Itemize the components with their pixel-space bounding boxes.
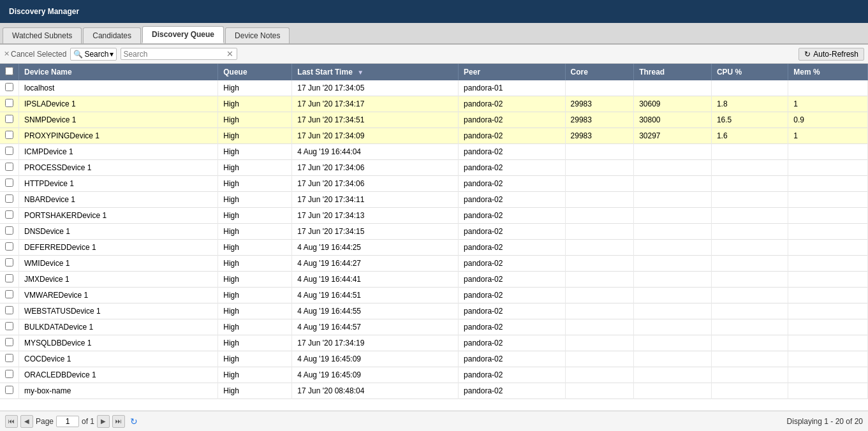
prev-page-button[interactable]: ◀ [20, 415, 33, 428]
footer: ⏮ ◀ Page 1 of 1 ▶ ⏭ ↻ Displaying 1 - 20 … [0, 411, 868, 431]
row-device-name: localhost [19, 80, 218, 96]
row-peer: pandora-02 [459, 303, 565, 319]
row-checkbox-cell[interactable] [0, 240, 19, 256]
refresh-table-button[interactable]: ↻ [128, 415, 140, 428]
row-checkbox-cell[interactable] [0, 303, 19, 319]
row-checkbox[interactable] [5, 163, 13, 171]
row-thread [634, 192, 712, 208]
row-checkbox-cell[interactable] [0, 192, 19, 208]
row-checkbox-cell[interactable] [0, 383, 19, 399]
col-peer[interactable]: Peer [459, 64, 565, 80]
row-thread [634, 335, 712, 351]
row-checkbox-cell[interactable] [0, 319, 19, 335]
next-page-button[interactable]: ▶ [97, 415, 110, 428]
row-core [565, 240, 634, 256]
table-row: PROXYPINGDevice 1 High 17 Jun '20 17:34:… [0, 128, 868, 144]
tab-discovery-queue[interactable]: Discovery Queue [142, 26, 224, 43]
clear-search-button[interactable]: ✕ [225, 49, 235, 59]
row-checkbox[interactable] [5, 83, 13, 91]
first-page-button[interactable]: ⏮ [5, 415, 18, 428]
row-checkbox-cell[interactable] [0, 335, 19, 351]
tab-watched-subnets[interactable]: Watched Subnets [3, 27, 82, 43]
search-dropdown-label: Search [84, 50, 108, 59]
row-checkbox[interactable] [5, 306, 13, 314]
row-checkbox-cell[interactable] [0, 176, 19, 192]
col-last-start-time[interactable]: Last Start Time ▼ [292, 64, 459, 80]
row-queue: High [218, 383, 292, 399]
row-thread [634, 367, 712, 383]
tab-candidates[interactable]: Candidates [83, 27, 141, 43]
row-queue: High [218, 176, 292, 192]
page-input[interactable]: 1 [56, 416, 79, 427]
row-checkbox[interactable] [5, 210, 13, 219]
cancel-selected-button[interactable]: ✕ Cancel Selected [4, 50, 66, 59]
row-mem [788, 303, 868, 319]
table-row: DEFERREDDevice 1 High 4 Aug '19 16:44:25… [0, 240, 868, 256]
row-checkbox[interactable] [5, 338, 13, 346]
row-queue: High [218, 224, 292, 240]
row-checkbox-cell[interactable] [0, 272, 19, 288]
row-peer: pandora-02 [459, 144, 565, 160]
row-core: 29983 [565, 96, 634, 112]
row-checkbox[interactable] [5, 131, 13, 139]
row-cpu [711, 80, 788, 96]
col-mem[interactable]: Mem % [788, 64, 868, 80]
col-thread[interactable]: Thread [634, 64, 712, 80]
search-dropdown[interactable]: 🔍 Search ▾ [70, 48, 117, 61]
row-checkbox[interactable] [5, 242, 13, 251]
row-checkbox[interactable] [5, 370, 13, 378]
row-mem [788, 160, 868, 176]
row-thread [634, 160, 712, 176]
row-checkbox-cell[interactable] [0, 224, 19, 240]
row-checkbox-cell[interactable] [0, 367, 19, 383]
row-checkbox[interactable] [5, 179, 13, 187]
row-checkbox-cell[interactable] [0, 256, 19, 272]
row-last-start-time: 17 Jun '20 17:34:15 [292, 224, 459, 240]
row-checkbox[interactable] [5, 274, 13, 282]
col-checkbox[interactable] [0, 64, 19, 80]
auto-refresh-button[interactable]: ↻ Auto-Refresh [798, 48, 864, 61]
row-checkbox-cell[interactable] [0, 80, 19, 96]
row-queue: High [218, 80, 292, 96]
table-row: IPSLADevice 1 High 17 Jun '20 17:34:17 p… [0, 96, 868, 112]
last-page-button[interactable]: ⏭ [112, 415, 125, 428]
select-all-checkbox[interactable] [5, 67, 13, 75]
row-peer: pandora-02 [459, 319, 565, 335]
row-checkbox-cell[interactable] [0, 112, 19, 128]
row-checkbox-cell[interactable] [0, 208, 19, 224]
row-checkbox-cell[interactable] [0, 96, 19, 112]
row-checkbox[interactable] [5, 226, 13, 235]
row-cpu [711, 160, 788, 176]
row-checkbox[interactable] [5, 194, 13, 203]
row-checkbox[interactable] [5, 115, 13, 123]
row-peer: pandora-02 [459, 112, 565, 128]
table-row: COCDevice 1 High 4 Aug '19 16:45:09 pand… [0, 351, 868, 367]
row-cpu [711, 144, 788, 160]
col-core[interactable]: Core [565, 64, 634, 80]
col-device-name[interactable]: Device Name [19, 64, 218, 80]
row-cpu [711, 288, 788, 303]
row-mem: 1 [788, 96, 868, 112]
row-checkbox-cell[interactable] [0, 288, 19, 303]
row-checkbox[interactable] [5, 322, 13, 330]
tab-device-notes[interactable]: Device Notes [225, 27, 290, 43]
row-cpu: 16.5 [711, 112, 788, 128]
table-row: VMWAREDevice 1 High 4 Aug '19 16:44:51 p… [0, 288, 868, 303]
row-thread: 30297 [634, 128, 712, 144]
col-queue[interactable]: Queue [218, 64, 292, 80]
row-checkbox[interactable] [5, 99, 13, 107]
row-checkbox-cell[interactable] [0, 128, 19, 144]
row-cpu [711, 240, 788, 256]
row-checkbox-cell[interactable] [0, 144, 19, 160]
row-checkbox-cell[interactable] [0, 160, 19, 176]
row-checkbox[interactable] [5, 290, 13, 298]
row-checkbox-cell[interactable] [0, 351, 19, 367]
row-checkbox[interactable] [5, 354, 13, 362]
row-checkbox[interactable] [5, 147, 13, 155]
search-input[interactable] [123, 50, 225, 59]
row-checkbox[interactable] [5, 258, 13, 267]
row-mem [788, 144, 868, 160]
row-checkbox[interactable] [5, 386, 13, 394]
col-cpu[interactable]: CPU % [711, 64, 788, 80]
row-mem: 0.9 [788, 112, 868, 128]
